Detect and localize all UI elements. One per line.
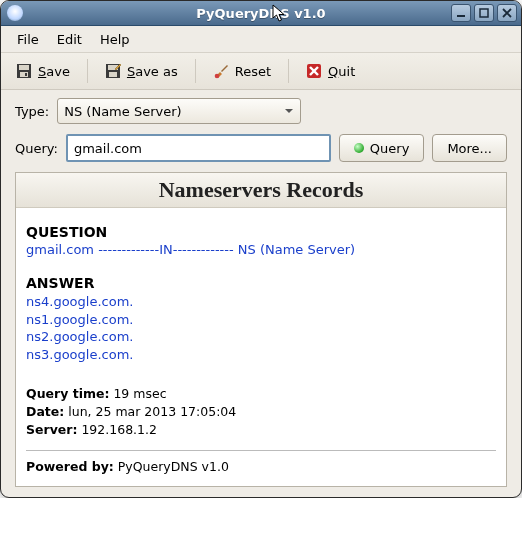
question-domain[interactable]: gmail.com — [26, 242, 94, 257]
floppy-icon — [16, 63, 32, 79]
quit-mnemonic: Q — [328, 64, 338, 79]
results-panel: Nameservers Records QUESTION gmail.com -… — [15, 172, 507, 487]
window-buttons — [451, 4, 521, 22]
results-header: Nameservers Records — [16, 173, 506, 208]
answer-list: ns4.google.com.ns1.google.com.ns2.google… — [26, 293, 496, 363]
cursor-icon — [272, 4, 288, 24]
chevron-down-icon — [284, 104, 294, 119]
menubar: File Edit Help — [1, 26, 521, 53]
answer-item[interactable]: ns2.google.com. — [26, 329, 133, 344]
toolbar-separator — [288, 59, 289, 83]
more-button-label: More... — [447, 141, 492, 156]
reset-button[interactable]: Reset — [206, 59, 278, 83]
date-value: lun, 25 mar 2013 17:05:04 — [68, 404, 236, 419]
svg-rect-7 — [25, 73, 27, 76]
results-title: Nameservers Records — [16, 177, 506, 203]
titlebar[interactable]: PyQueryDNS v1.0 — [1, 1, 521, 26]
query-input[interactable] — [66, 134, 331, 162]
svg-rect-1 — [480, 9, 488, 17]
powered-by: Powered by: PyQueryDNS v1.0 — [26, 459, 496, 474]
quit-icon — [306, 63, 322, 79]
minimize-button[interactable] — [451, 4, 471, 22]
question-heading: QUESTION — [26, 224, 496, 240]
svg-point-11 — [214, 74, 219, 79]
svg-rect-10 — [109, 72, 117, 77]
menu-edit[interactable]: Edit — [49, 29, 90, 50]
menu-file[interactable]: File — [9, 29, 47, 50]
meta-block: Query time: 19 msec Date: lun, 25 mar 20… — [26, 385, 496, 439]
saveas-button[interactable]: Save as — [98, 59, 185, 83]
query-label: Query: — [15, 141, 58, 156]
toolbar-separator — [195, 59, 196, 83]
question-sep: ------------- — [94, 242, 159, 257]
answer-item[interactable]: ns3.google.com. — [26, 347, 133, 362]
date-label: Date: — [26, 404, 64, 419]
save-label: ave — [46, 64, 70, 79]
question-line: gmail.com -------------IN------------- N… — [26, 242, 496, 257]
question-class: IN — [159, 242, 173, 257]
saveas-label: ave as — [135, 64, 178, 79]
saveas-mnemonic: S — [127, 64, 135, 79]
divider — [26, 450, 496, 451]
reset-label: Reset — [235, 64, 271, 79]
type-value: NS (Name Server) — [64, 104, 181, 119]
querytime-value: 19 msec — [113, 386, 166, 401]
question-type[interactable]: NS (Name Server) — [238, 242, 355, 257]
server-label: Server: — [26, 422, 77, 437]
server-value: 192.168.1.2 — [81, 422, 157, 437]
save-button[interactable]: SSaveave — [9, 59, 77, 83]
powered-label: Powered by: — [26, 459, 114, 474]
powered-value: PyQueryDNS v1.0 — [118, 459, 229, 474]
floppy-pencil-icon — [105, 63, 121, 79]
menu-help[interactable]: Help — [92, 29, 138, 50]
close-button[interactable] — [497, 4, 517, 22]
app-icon — [7, 5, 23, 21]
toolbar-separator — [87, 59, 88, 83]
window-title: PyQueryDNS v1.0 — [1, 6, 521, 21]
more-button[interactable]: More... — [432, 134, 507, 162]
query-area: Type: NS (Name Server) Query: Query More… — [1, 90, 521, 497]
query-button-label: Query — [370, 141, 410, 156]
toolbar: SSaveave Save as Reset Quit — [1, 53, 521, 90]
answer-item[interactable]: ns1.google.com. — [26, 312, 133, 327]
app-window: PyQueryDNS v1.0 File Edit Help SSaveave … — [0, 0, 522, 498]
quit-button[interactable]: Quit — [299, 59, 362, 83]
answer-item[interactable]: ns4.google.com. — [26, 294, 133, 309]
question-sep2: ------------- — [173, 242, 238, 257]
quit-label: uit — [338, 64, 355, 79]
answer-heading: ANSWER — [26, 275, 496, 291]
maximize-button[interactable] — [474, 4, 494, 22]
type-combobox[interactable]: NS (Name Server) — [57, 98, 301, 124]
type-label: Type: — [15, 104, 49, 119]
querytime-label: Query time: — [26, 386, 109, 401]
execute-icon — [354, 143, 364, 153]
query-button[interactable]: Query — [339, 134, 425, 162]
brush-icon — [213, 63, 229, 79]
svg-rect-5 — [19, 65, 29, 70]
